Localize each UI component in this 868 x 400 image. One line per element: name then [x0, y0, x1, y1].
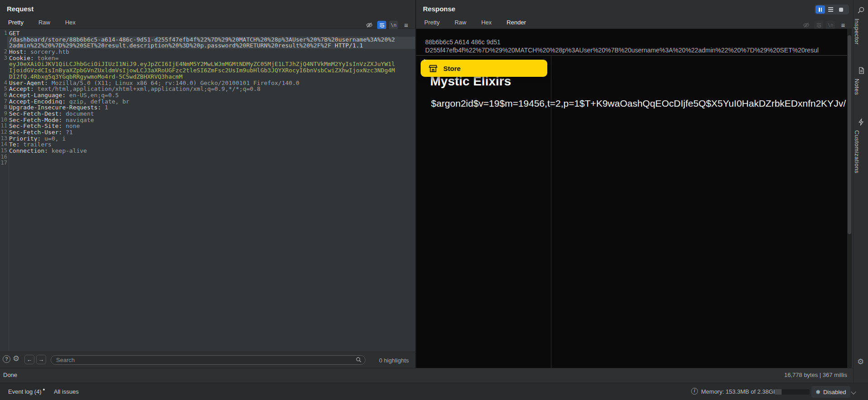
- show-newlines-icon[interactable]: \n: [389, 21, 398, 29]
- line-number: 2: [0, 49, 7, 55]
- search-next-button[interactable]: →: [36, 355, 46, 364]
- dock-tab-notes[interactable]: Notes: [854, 67, 868, 95]
- editor-line: 6Accept-Language: en-US,en;q=0.5: [0, 92, 415, 99]
- tab-pretty[interactable]: Pretty: [424, 16, 440, 30]
- editor-line: 17: [0, 160, 415, 166]
- lightning-icon: [858, 118, 865, 126]
- rendered-password-hash: $argon2id$v=19$m=19456,t=2,p=1$T+K9waOas…: [431, 98, 847, 109]
- editor-line: 1GET: [0, 30, 415, 37]
- editor-line: 5Accept: text/html,application/xhtml+xml…: [0, 86, 415, 92]
- dock-label-inspector: Inspector: [854, 19, 860, 45]
- show-newlines-icon: \n: [826, 21, 835, 29]
- request-panel-title: Request: [7, 5, 33, 13]
- editor-line: 4User-Agent: Mozilla/5.0 (X11; Linux x86…: [0, 80, 415, 86]
- line-number: 5: [0, 86, 7, 92]
- editor-line: 15Connection: keep-alive: [0, 148, 415, 154]
- line-content: [7, 154, 415, 160]
- storefront-icon: [428, 64, 438, 73]
- line-content: /dashboard/store/88b6b6c5-a614-486c-9d51…: [7, 37, 415, 43]
- hide-nonprintable-icon: [802, 21, 811, 29]
- search-input[interactable]: [51, 355, 365, 365]
- intercept-status-chip[interactable]: ❄ Disabled: [811, 386, 850, 398]
- bottom-status-bar: Event log (4) All issues i Memory: 153.3…: [0, 383, 868, 400]
- line-number: 13: [0, 136, 7, 142]
- line-content: Accept-Encoding: gzip, deflate, br: [7, 99, 415, 105]
- line-content: Host: sorcery.htb: [7, 49, 415, 55]
- intercept-status-label: Disabled: [823, 389, 846, 395]
- editor-line: 14Te: trailers: [0, 141, 415, 148]
- dock-settings-gear-icon[interactable]: ⚙: [857, 357, 864, 367]
- all-issues-button[interactable]: All issues: [54, 388, 79, 395]
- editor-line: 16: [0, 154, 415, 160]
- response-render-area: 88b6b6c5 A614 486c 9d51 D255f47efb4f%22%…: [416, 29, 847, 368]
- memory-usage-text: Memory: 153.3MB of 2.38GB: [701, 388, 777, 395]
- editor-menu-icon[interactable]: ≡: [839, 21, 848, 29]
- snowflake-icon: ❄: [816, 389, 821, 395]
- line-content: [7, 160, 415, 166]
- line-content: Sec-Fetch-Mode: navigate: [7, 117, 415, 123]
- search-highlight-count: 0 highlights: [379, 357, 409, 364]
- store-button[interactable]: Store: [421, 60, 547, 77]
- line-number: 11: [0, 123, 7, 129]
- line-number: 15: [0, 148, 7, 154]
- line-number: 12: [0, 129, 7, 136]
- task-steps-icon[interactable]: [826, 5, 835, 14]
- notes-document-icon: [858, 67, 865, 74]
- burp-suite-window: Request PrettyRawHex \n ≡ 1GET/dashboard…: [0, 0, 868, 400]
- editor-menu-icon[interactable]: ≡: [402, 21, 411, 29]
- line-content: Priority: u=0, i: [7, 136, 415, 142]
- wrap-lines-icon[interactable]: [377, 21, 386, 29]
- line-content: Sec-Fetch-User: ?1: [7, 129, 415, 136]
- search-help-icon[interactable]: ?: [3, 355, 10, 363]
- editor-status-strip: Done 16,778 bytes | 367 millis: [0, 368, 853, 383]
- dock-tab-customizations[interactable]: Customizations: [854, 118, 868, 174]
- line-content: Sec-Fetch-Dest: document: [7, 111, 415, 117]
- tab-hex[interactable]: Hex: [65, 16, 76, 30]
- response-scrollbar-thumb[interactable]: [848, 35, 851, 234]
- editor-line: 11Sec-Fetch-Site: none: [0, 123, 415, 129]
- editor-line: 9Sec-Fetch-Dest: document: [0, 111, 415, 117]
- tab-hex[interactable]: Hex: [481, 16, 492, 30]
- request-search-bar: ? ⚙ ← → 0 highlights: [0, 352, 415, 368]
- line-number: [0, 37, 7, 43]
- hide-nonprintable-icon[interactable]: [365, 21, 374, 29]
- dock-tab-inspector[interactable]: Inspector: [854, 6, 868, 45]
- line-content: GET: [7, 30, 415, 37]
- line-number: 9: [0, 111, 7, 117]
- line-content: Sec-Fetch-Site: none: [7, 123, 415, 129]
- line-number: 17: [0, 160, 7, 166]
- line-number: 6: [0, 92, 7, 99]
- request-tabs: PrettyRawHex: [0, 16, 90, 29]
- editor-line: 10Sec-Fetch-Mode: navigate: [0, 117, 415, 123]
- tab-render[interactable]: Render: [506, 16, 526, 30]
- request-status-text: Done: [3, 372, 17, 378]
- line-number: 7: [0, 99, 7, 105]
- tab-pretty[interactable]: Pretty: [8, 16, 24, 30]
- line-content: Connection: keep-alive: [7, 148, 415, 154]
- memory-info-icon[interactable]: i: [691, 388, 698, 395]
- rendered-page-title-line1: 88b6b6c5 A614 486c 9d51: [425, 38, 501, 46]
- line-number: 4: [0, 80, 7, 86]
- editor-line: eyJ0eXAiOiJKV1QiLCJhbGciOiJIUzI1NiJ9.eyJ…: [0, 61, 415, 67]
- request-editor[interactable]: 1GET/dashboard/store/88b6b6c5-a614-486c-…: [0, 29, 415, 352]
- stop-icon[interactable]: [836, 5, 846, 14]
- editor-line: /dashboard/store/88b6b6c5-a614-486c-9d51…: [0, 37, 415, 43]
- rendered-page-title-line2: D255f47efb4f%22%7D%29%20MATCH%20%28p%3AU…: [425, 47, 847, 54]
- line-number: 8: [0, 104, 7, 111]
- line-number: 16: [0, 154, 7, 160]
- search-prev-button[interactable]: ←: [24, 355, 34, 364]
- response-panel: Response PrettyRawHexRender \n ≡ 88b6b6c…: [416, 0, 853, 368]
- search-settings-icon[interactable]: ⚙: [13, 354, 19, 363]
- editor-line: 7Accept-Encoding: gzip, deflate, br: [0, 99, 415, 105]
- pause-icon[interactable]: [816, 5, 825, 14]
- tab-raw[interactable]: Raw: [38, 16, 51, 30]
- line-content: IjoidGVzdCIsInByaXZpbGVnZUxldmVsIjowLCJ3…: [7, 67, 415, 74]
- line-content: Upgrade-Insecure-Requests: 1: [7, 104, 415, 111]
- event-log-button[interactable]: Event log (4): [8, 388, 45, 395]
- line-number: 14: [0, 141, 7, 148]
- editor-line: DI2fQ.4Rbxg5q3YGqbRRgywmoMo4rd-5C5wdZBHX…: [0, 74, 415, 80]
- chevron-down-icon[interactable]: [850, 389, 857, 395]
- line-number: [0, 67, 7, 74]
- event-log-label: Event log (4): [8, 388, 42, 395]
- tab-raw[interactable]: Raw: [454, 16, 467, 30]
